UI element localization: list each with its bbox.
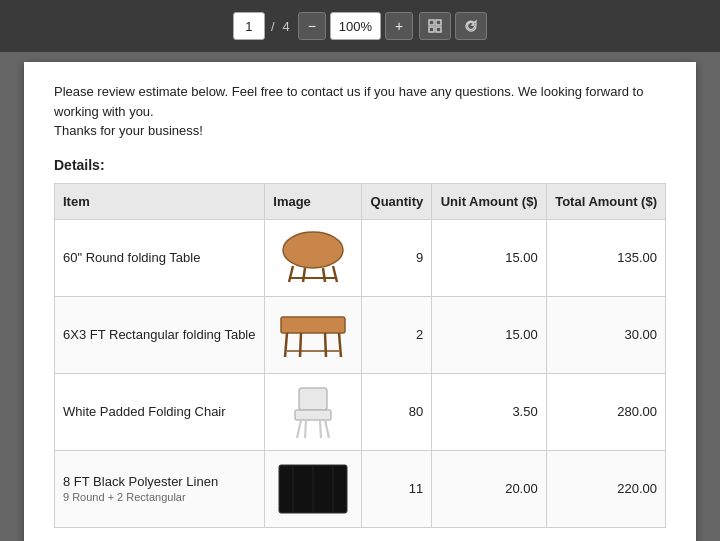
svg-rect-1 <box>436 20 441 25</box>
table-row: 8 FT Black Polyester Linen9 Round + 2 Re… <box>55 450 666 527</box>
item-quantity: 2 <box>362 296 432 373</box>
item-image <box>273 382 353 442</box>
item-image-cell <box>265 450 362 527</box>
item-name-main: White Padded Folding Chair <box>63 404 256 419</box>
svg-rect-16 <box>299 388 327 410</box>
svg-rect-2 <box>429 27 434 32</box>
view-controls <box>419 12 487 40</box>
item-unit-amount: 20.00 <box>432 450 546 527</box>
item-name-sub: 9 Round + 2 Rectangular <box>63 491 256 503</box>
svg-line-20 <box>305 420 306 438</box>
col-header-item: Item <box>55 183 265 219</box>
details-heading: Details: <box>54 157 666 173</box>
table-header-row: Item Image Quantity Unit Amount ($) Tota… <box>55 183 666 219</box>
table-row: 6X3 FT Rectangular folding Table 215.003… <box>55 296 666 373</box>
table-row: 60" Round folding Table 915.00135.00 <box>55 219 666 296</box>
table-row: White Padded Folding Chair 803.50280.00 <box>55 373 666 450</box>
rotate-button[interactable] <box>455 12 487 40</box>
item-total-amount: 280.00 <box>546 373 665 450</box>
fit-page-button[interactable] <box>419 12 451 40</box>
svg-rect-3 <box>436 27 441 32</box>
zoom-controls: − 100% + <box>298 12 413 40</box>
item-total-amount: 30.00 <box>546 296 665 373</box>
svg-line-21 <box>320 420 321 438</box>
zoom-out-button[interactable]: − <box>298 12 326 40</box>
item-unit-amount: 15.00 <box>432 219 546 296</box>
item-name-cell: 8 FT Black Polyester Linen9 Round + 2 Re… <box>55 450 265 527</box>
item-name-cell: 60" Round folding Table <box>55 219 265 296</box>
item-name-main: 6X3 FT Rectangular folding Table <box>63 327 256 342</box>
svg-rect-0 <box>429 20 434 25</box>
svg-line-19 <box>325 420 329 438</box>
item-quantity: 9 <box>362 219 432 296</box>
item-quantity: 80 <box>362 373 432 450</box>
svg-point-4 <box>283 232 343 268</box>
item-name-main: 60" Round folding Table <box>63 250 256 265</box>
item-image <box>273 305 353 365</box>
svg-line-7 <box>303 268 305 282</box>
item-image <box>273 459 353 519</box>
item-image <box>273 228 353 288</box>
toolbar: / 4 − 100% + <box>0 0 720 52</box>
item-name-main: 8 FT Black Polyester Linen <box>63 474 256 489</box>
col-header-unit-amount: Unit Amount ($) <box>432 183 546 219</box>
svg-line-18 <box>297 420 301 438</box>
document-area: Please review estimate below. Feel free … <box>0 52 720 541</box>
intro-paragraph: Please review estimate below. Feel free … <box>54 82 666 141</box>
item-unit-amount: 15.00 <box>432 296 546 373</box>
pagination-controls: / 4 <box>233 12 292 40</box>
svg-rect-17 <box>295 410 331 420</box>
item-total-amount: 135.00 <box>546 219 665 296</box>
page-number-input[interactable] <box>233 12 265 40</box>
item-quantity: 11 <box>362 450 432 527</box>
svg-line-11 <box>285 333 287 357</box>
svg-line-13 <box>300 333 301 357</box>
fit-page-icon <box>427 18 443 34</box>
svg-line-6 <box>333 266 337 282</box>
item-total-amount: 220.00 <box>546 450 665 527</box>
item-name-cell: 6X3 FT Rectangular folding Table <box>55 296 265 373</box>
total-pages: 4 <box>281 19 292 34</box>
zoom-in-button[interactable]: + <box>385 12 413 40</box>
item-image-cell <box>265 373 362 450</box>
col-header-image: Image <box>265 183 362 219</box>
svg-line-14 <box>325 333 326 357</box>
col-header-quantity: Quantity <box>362 183 432 219</box>
svg-line-12 <box>339 333 341 357</box>
svg-line-5 <box>289 266 293 282</box>
zoom-level-display: 100% <box>330 12 381 40</box>
item-image-cell <box>265 219 362 296</box>
rotate-icon <box>463 18 479 34</box>
svg-rect-10 <box>281 317 345 333</box>
col-header-total-amount: Total Amount ($) <box>546 183 665 219</box>
svg-line-8 <box>323 268 325 282</box>
item-unit-amount: 3.50 <box>432 373 546 450</box>
item-image-cell <box>265 296 362 373</box>
item-name-cell: White Padded Folding Chair <box>55 373 265 450</box>
page-separator: / <box>269 19 277 34</box>
document-page: Please review estimate below. Feel free … <box>24 62 696 541</box>
estimate-table: Item Image Quantity Unit Amount ($) Tota… <box>54 183 666 528</box>
